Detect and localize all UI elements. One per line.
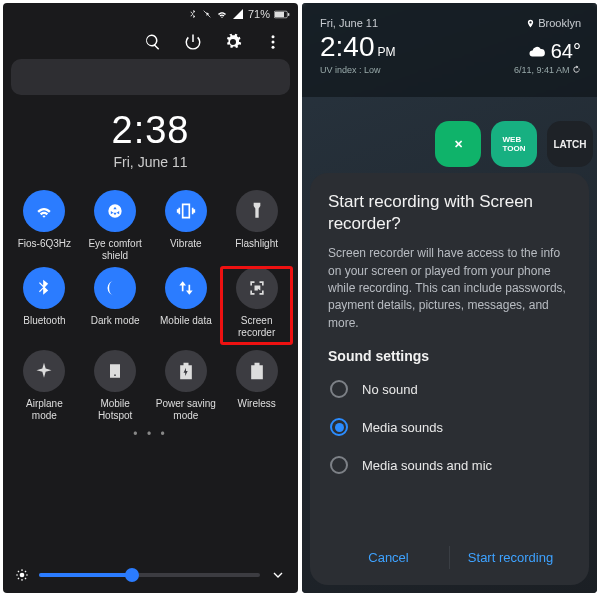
recorder-dialog-screenshot: Fri, June 11 Brooklyn 2:40PM 64° UV inde… [302,3,597,593]
dialog-title: Start recording with Screen recorder? [328,191,571,235]
location-pin-icon [526,19,535,28]
svg-rect-1 [275,11,284,16]
qs-tile-label: Eye comfort shield [83,238,147,261]
qs-tile-mobile-data[interactable]: Mobile data [151,267,222,344]
qs-tile-label: Airplane mode [12,398,76,421]
status-weather: 64° [528,40,581,63]
eye-comfort-icon[interactable] [94,190,136,232]
sound-option[interactable]: Media sounds and mic [328,448,571,482]
qs-tile-hotspot[interactable]: Mobile Hotspot [80,350,151,421]
battery-pct: 71% [248,8,270,20]
screen-recorder-icon[interactable] [236,267,278,309]
sound-option[interactable]: Media sounds [328,410,571,444]
status-bar: 71% [3,3,298,25]
mute-status-icon [202,9,212,19]
qs-tile-label: Mobile Hotspot [83,398,147,421]
qs-tile-screen-recorder[interactable]: Screen recorder [221,267,292,344]
wifi-status-icon [216,8,228,20]
radio-icon[interactable] [330,418,348,436]
dialog-body: Screen recorder will have access to the … [328,245,571,332]
qs-tile-label: Dark mode [91,315,140,327]
qs-tile-label: Mobile data [160,315,212,327]
qs-tile-label: Fios-6Q3Hz [18,238,71,250]
flashlight-icon[interactable] [236,190,278,232]
qs-tile-flashlight[interactable]: Flashlight [221,190,292,261]
status-location: Brooklyn [526,17,581,29]
svg-point-4 [272,41,275,44]
qs-tile-wireless[interactable]: Wireless [221,350,292,421]
hotspot-icon[interactable] [94,350,136,392]
qs-tile-label: Flashlight [235,238,278,250]
cancel-button[interactable]: Cancel [328,540,449,575]
quick-settings-screenshot: 71% 2:38 Fri, June 11 Fios-6Q3HzEye comf… [3,3,298,593]
svg-point-5 [272,46,275,49]
qs-tile-airplane[interactable]: Airplane mode [9,350,80,421]
clock-block: 2:38 Fri, June 11 [3,109,298,170]
sound-option[interactable]: No sound [328,372,571,406]
sound-options: No soundMedia soundsMedia sounds and mic [328,372,571,482]
page-indicator: • • • [3,427,298,441]
app-icon[interactable]: WEBTOON [491,121,537,167]
qs-tile-label: Wireless [237,398,275,410]
sound-settings-heading: Sound settings [328,348,571,364]
qs-tile-label: Vibrate [170,238,202,250]
status-date: Fri, June 11 [320,17,378,29]
status-time: 2:40PM [320,31,396,63]
search-icon[interactable] [144,33,162,51]
qs-tile-wifi[interactable]: Fios-6Q3Hz [9,190,80,261]
dark-mode-icon[interactable] [94,267,136,309]
home-app-row: ✕ WEBTOON LATCH [435,121,597,167]
power-saving-icon[interactable] [165,350,207,392]
sound-option-label: No sound [362,382,418,397]
vibrate-icon[interactable] [165,190,207,232]
qs-tile-vibrate[interactable]: Vibrate [151,190,222,261]
mobile-data-icon[interactable] [165,267,207,309]
qs-tile-label: Power saving mode [154,398,218,421]
qs-tile-eye-comfort[interactable]: Eye comfort shield [80,190,151,261]
status-uv: UV index : Low [320,65,381,75]
qs-action-row [3,25,298,55]
svg-point-6 [20,573,25,578]
qs-time: 2:38 [3,109,298,152]
wireless-icon[interactable] [236,350,278,392]
cloud-icon [528,43,546,61]
wifi-icon[interactable] [23,190,65,232]
radio-icon[interactable] [330,456,348,474]
qs-tile-label: Bluetooth [23,315,65,327]
chevron-down-icon[interactable] [270,567,286,583]
bluetooth-icon[interactable] [23,267,65,309]
qs-tile-power-saving[interactable]: Power saving mode [151,350,222,421]
start-recording-button[interactable]: Start recording [450,540,571,575]
svg-rect-2 [288,13,289,16]
signal-status-icon [232,8,244,20]
qs-date: Fri, June 11 [3,154,298,170]
sound-option-label: Media sounds and mic [362,458,492,473]
qs-tile-label: Screen recorder [225,315,289,338]
qs-tile-bluetooth[interactable]: Bluetooth [9,267,80,344]
airplane-icon[interactable] [23,350,65,392]
more-icon[interactable] [264,33,282,51]
svg-point-3 [272,35,275,38]
qs-tiles-grid: Fios-6Q3HzEye comfort shieldVibrateFlash… [3,170,298,421]
radio-icon[interactable] [330,380,348,398]
expanded-status: Fri, June 11 Brooklyn 2:40PM 64° UV inde… [302,3,597,97]
bluetooth-status-icon [188,9,198,19]
app-icon[interactable]: ✕ [435,121,481,167]
gear-icon[interactable] [224,33,242,51]
brightness-row [3,567,298,583]
brightness-slider[interactable] [39,573,260,577]
screen-recorder-dialog: Start recording with Screen recorder? Sc… [310,173,589,585]
qs-tile-dark-mode[interactable]: Dark mode [80,267,151,344]
power-icon[interactable] [184,33,202,51]
app-icon[interactable]: LATCH [547,121,593,167]
battery-icon [274,10,290,19]
brightness-icon [15,568,29,582]
media-output-panel[interactable] [11,59,290,95]
refresh-icon[interactable] [572,65,581,74]
status-updated: 6/11, 9:41 AM [514,65,581,75]
sound-option-label: Media sounds [362,420,443,435]
dialog-actions: Cancel Start recording [328,528,571,575]
